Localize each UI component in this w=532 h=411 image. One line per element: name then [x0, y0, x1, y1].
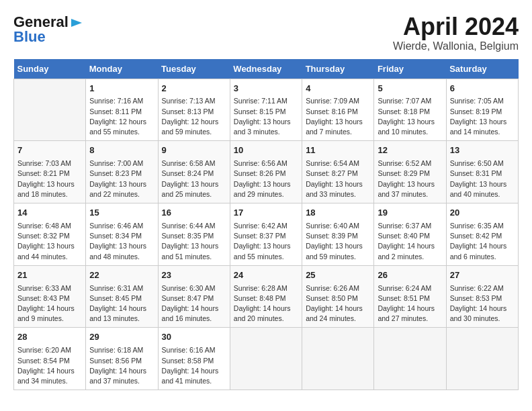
day-number: 21 [17, 269, 82, 282]
calendar-cell: 1Sunrise: 7:16 AM Sunset: 8:11 PM Daylig… [86, 79, 158, 141]
calendar-cell: 28Sunrise: 6:20 AM Sunset: 8:54 PM Dayli… [14, 328, 86, 390]
day-info: Sunrise: 7:05 AM Sunset: 8:19 PM Dayligh… [450, 96, 515, 137]
day-number: 25 [306, 269, 370, 282]
day-number: 14 [17, 207, 82, 220]
day-info: Sunrise: 6:22 AM Sunset: 8:53 PM Dayligh… [450, 283, 515, 324]
calendar-cell: 18Sunrise: 6:40 AM Sunset: 8:39 PM Dayli… [302, 203, 374, 266]
day-number: 24 [234, 269, 298, 282]
calendar-cell [374, 328, 446, 390]
day-number: 20 [450, 207, 515, 220]
calendar-cell: 30Sunrise: 6:16 AM Sunset: 8:58 PM Dayli… [158, 328, 230, 390]
calendar-cell: 29Sunrise: 6:18 AM Sunset: 8:56 PM Dayli… [86, 328, 158, 390]
day-info: Sunrise: 6:40 AM Sunset: 8:39 PM Dayligh… [306, 221, 370, 262]
day-info: Sunrise: 6:56 AM Sunset: 8:26 PM Dayligh… [234, 158, 298, 199]
day-info: Sunrise: 6:44 AM Sunset: 8:35 PM Dayligh… [162, 221, 226, 262]
header-saturday: Saturday [446, 59, 518, 79]
day-info: Sunrise: 7:13 AM Sunset: 8:13 PM Dayligh… [162, 96, 226, 137]
day-info: Sunrise: 6:24 AM Sunset: 8:51 PM Dayligh… [378, 283, 442, 324]
day-number: 30 [162, 331, 226, 344]
calendar-week-row: 1Sunrise: 7:16 AM Sunset: 8:11 PM Daylig… [14, 79, 519, 141]
header-wednesday: Wednesday [230, 59, 302, 79]
day-info: Sunrise: 6:16 AM Sunset: 8:58 PM Dayligh… [162, 345, 226, 386]
calendar-week-row: 14Sunrise: 6:48 AM Sunset: 8:32 PM Dayli… [14, 203, 519, 266]
day-number: 12 [378, 144, 442, 157]
day-number: 5 [378, 83, 442, 95]
day-number: 8 [89, 144, 154, 157]
calendar-cell: 8Sunrise: 7:00 AM Sunset: 8:23 PM Daylig… [86, 141, 158, 203]
svg-marker-0 [71, 19, 82, 27]
day-info: Sunrise: 6:35 AM Sunset: 8:42 PM Dayligh… [450, 221, 515, 262]
header-monday: Monday [86, 59, 158, 79]
day-number: 28 [17, 331, 82, 344]
day-info: Sunrise: 6:31 AM Sunset: 8:45 PM Dayligh… [89, 283, 154, 324]
calendar-cell: 11Sunrise: 6:54 AM Sunset: 8:27 PM Dayli… [302, 141, 374, 203]
calendar-cell: 24Sunrise: 6:28 AM Sunset: 8:48 PM Dayli… [230, 265, 302, 328]
calendar-title: April 2024 [393, 13, 519, 40]
day-info: Sunrise: 7:03 AM Sunset: 8:21 PM Dayligh… [17, 158, 82, 199]
day-info: Sunrise: 6:28 AM Sunset: 8:48 PM Dayligh… [234, 283, 298, 324]
title-block: April 2024 Wierde, Wallonia, Belgium [393, 13, 519, 52]
day-info: Sunrise: 7:09 AM Sunset: 8:16 PM Dayligh… [306, 96, 370, 137]
calendar-cell: 23Sunrise: 6:30 AM Sunset: 8:47 PM Dayli… [158, 265, 230, 328]
day-info: Sunrise: 6:26 AM Sunset: 8:50 PM Dayligh… [306, 283, 370, 324]
day-number: 26 [378, 269, 442, 282]
calendar-cell: 13Sunrise: 6:50 AM Sunset: 8:31 PM Dayli… [446, 141, 518, 203]
day-info: Sunrise: 7:07 AM Sunset: 8:18 PM Dayligh… [378, 96, 442, 137]
day-number: 6 [450, 83, 515, 95]
day-info: Sunrise: 6:37 AM Sunset: 8:40 PM Dayligh… [378, 221, 442, 262]
calendar-cell: 4Sunrise: 7:09 AM Sunset: 8:16 PM Daylig… [302, 79, 374, 141]
calendar-cell: 2Sunrise: 7:13 AM Sunset: 8:13 PM Daylig… [158, 79, 230, 141]
day-number: 10 [234, 144, 298, 157]
day-number: 16 [162, 207, 226, 220]
day-number: 27 [450, 269, 515, 282]
day-info: Sunrise: 6:50 AM Sunset: 8:31 PM Dayligh… [450, 158, 515, 199]
day-info: Sunrise: 6:58 AM Sunset: 8:24 PM Dayligh… [162, 158, 226, 199]
header-thursday: Thursday [302, 59, 374, 79]
day-number: 18 [306, 207, 370, 220]
page-header: General Blue April 2024 Wierde, Wallonia… [13, 13, 519, 52]
day-info: Sunrise: 6:30 AM Sunset: 8:47 PM Dayligh… [162, 283, 226, 324]
day-info: Sunrise: 6:48 AM Sunset: 8:32 PM Dayligh… [17, 221, 82, 262]
calendar-cell: 5Sunrise: 7:07 AM Sunset: 8:18 PM Daylig… [374, 79, 446, 141]
day-number: 15 [89, 207, 154, 220]
calendar-cell: 21Sunrise: 6:33 AM Sunset: 8:43 PM Dayli… [14, 265, 86, 328]
calendar-cell: 7Sunrise: 7:03 AM Sunset: 8:21 PM Daylig… [14, 141, 86, 203]
calendar-table: SundayMondayTuesdayWednesdayThursdayFrid… [13, 59, 519, 391]
day-number: 19 [378, 207, 442, 220]
calendar-cell: 22Sunrise: 6:31 AM Sunset: 8:45 PM Dayli… [86, 265, 158, 328]
day-number: 3 [234, 83, 298, 95]
day-number: 29 [89, 331, 154, 344]
calendar-cell: 16Sunrise: 6:44 AM Sunset: 8:35 PM Dayli… [158, 203, 230, 266]
calendar-cell: 20Sunrise: 6:35 AM Sunset: 8:42 PM Dayli… [446, 203, 518, 266]
calendar-cell [14, 79, 86, 141]
header-tuesday: Tuesday [158, 59, 230, 79]
day-number: 23 [162, 269, 226, 282]
header-sunday: Sunday [14, 59, 86, 79]
day-info: Sunrise: 7:00 AM Sunset: 8:23 PM Dayligh… [89, 158, 154, 199]
calendar-cell: 17Sunrise: 6:42 AM Sunset: 8:37 PM Dayli… [230, 203, 302, 266]
day-info: Sunrise: 6:33 AM Sunset: 8:43 PM Dayligh… [17, 283, 82, 324]
day-number: 2 [162, 83, 226, 95]
day-info: Sunrise: 6:52 AM Sunset: 8:29 PM Dayligh… [378, 158, 442, 199]
calendar-cell: 15Sunrise: 6:46 AM Sunset: 8:34 PM Dayli… [86, 203, 158, 266]
day-info: Sunrise: 7:16 AM Sunset: 8:11 PM Dayligh… [89, 96, 154, 137]
calendar-week-row: 7Sunrise: 7:03 AM Sunset: 8:21 PM Daylig… [14, 141, 519, 203]
day-info: Sunrise: 6:42 AM Sunset: 8:37 PM Dayligh… [234, 221, 298, 262]
calendar-cell: 26Sunrise: 6:24 AM Sunset: 8:51 PM Dayli… [374, 265, 446, 328]
calendar-cell: 25Sunrise: 6:26 AM Sunset: 8:50 PM Dayli… [302, 265, 374, 328]
day-info: Sunrise: 7:11 AM Sunset: 8:15 PM Dayligh… [234, 96, 298, 137]
calendar-week-row: 28Sunrise: 6:20 AM Sunset: 8:54 PM Dayli… [14, 328, 519, 390]
day-info: Sunrise: 6:18 AM Sunset: 8:56 PM Dayligh… [89, 345, 154, 386]
calendar-cell [230, 328, 302, 390]
calendar-week-row: 21Sunrise: 6:33 AM Sunset: 8:43 PM Dayli… [14, 265, 519, 328]
day-number: 7 [17, 144, 82, 157]
calendar-cell: 10Sunrise: 6:56 AM Sunset: 8:26 PM Dayli… [230, 141, 302, 203]
day-number: 22 [89, 269, 154, 282]
calendar-cell: 6Sunrise: 7:05 AM Sunset: 8:19 PM Daylig… [446, 79, 518, 141]
day-info: Sunrise: 6:20 AM Sunset: 8:54 PM Dayligh… [17, 345, 82, 386]
day-info: Sunrise: 6:54 AM Sunset: 8:27 PM Dayligh… [306, 158, 370, 199]
day-info: Sunrise: 6:46 AM Sunset: 8:34 PM Dayligh… [89, 221, 154, 262]
day-number: 1 [89, 83, 154, 95]
day-number: 9 [162, 144, 226, 157]
calendar-cell: 14Sunrise: 6:48 AM Sunset: 8:32 PM Dayli… [14, 203, 86, 266]
